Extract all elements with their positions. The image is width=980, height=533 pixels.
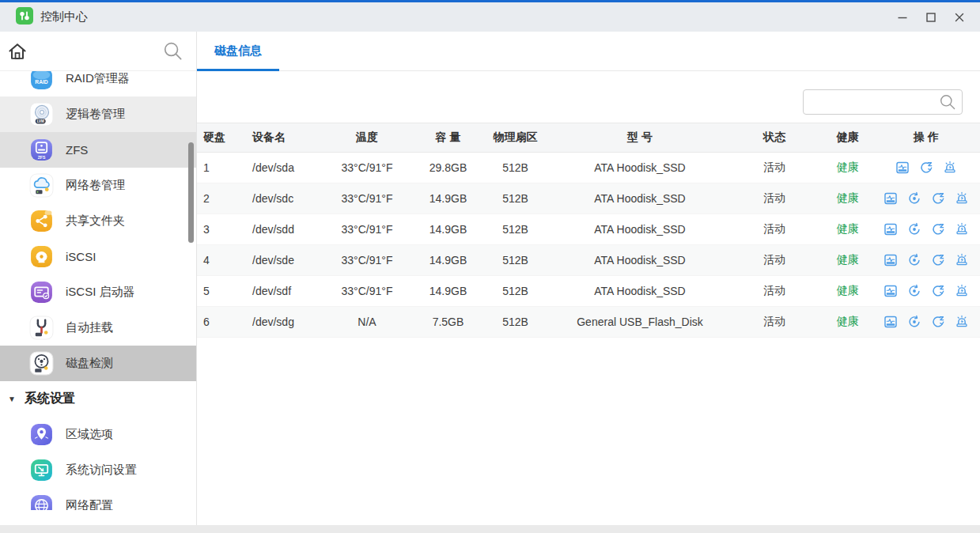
sidebar-item-label: 网络配置 [66, 498, 113, 510]
column-header: 健康 [822, 130, 873, 145]
disk-table: 硬盘设备名温度容 量物理扇区型 号状态健康操 作 1/dev/sda33°C/9… [197, 123, 980, 338]
locate-icon[interactable] [943, 161, 957, 175]
titlebar[interactable]: 控制中心 [0, 2, 980, 32]
table-row[interactable]: 5/dev/sdf33°C/91°F14.9GB512BATA Hoodisk_… [197, 276, 980, 307]
window-controls [888, 2, 980, 32]
caret-down-icon: ▼ [8, 395, 16, 403]
sidebar-item-region-options[interactable]: 区域选项 [0, 417, 196, 452]
smart-info-icon[interactable] [884, 253, 898, 267]
window-title: 控制中心 [40, 9, 88, 25]
sidebar-item-label: iSCSI [66, 250, 96, 263]
sidebar-item-label: ZFS [66, 143, 88, 157]
standby-icon[interactable] [907, 253, 921, 267]
sleep-icon[interactable] [931, 284, 945, 298]
sidebar-search-button[interactable] [162, 40, 184, 62]
sleep-icon[interactable] [931, 315, 945, 329]
cell-disk-no: 4 [197, 254, 236, 266]
locate-icon[interactable] [955, 284, 969, 298]
minimize-icon [897, 12, 908, 23]
sidebar-item-shared-folder[interactable]: 共享文件夹 [0, 203, 196, 239]
smart-info-icon[interactable] [884, 191, 898, 206]
close-icon [954, 12, 965, 23]
sidebar-item-disk-check[interactable]: 磁盘检测 [0, 346, 196, 381]
home-button[interactable] [6, 40, 28, 62]
standby-icon[interactable] [907, 191, 921, 206]
home-icon [6, 40, 28, 62]
sleep-icon[interactable] [919, 161, 933, 175]
cell-temperature: 33°C/91°F [316, 254, 418, 266]
sidebar-section-label: 系统设置 [25, 391, 75, 407]
sidebar-item-system-access[interactable]: 系统访问设置 [0, 452, 196, 488]
sleep-icon[interactable] [931, 191, 945, 206]
locate-icon[interactable] [955, 315, 969, 329]
iscsi-initiator-icon [29, 280, 54, 304]
sidebar-item-network-volume[interactable]: 网络卷管理 [0, 168, 196, 203]
sidebar-scrollbar-thumb[interactable] [188, 142, 194, 243]
close-button[interactable] [945, 2, 974, 32]
cell-disk-no: 1 [197, 161, 236, 174]
sidebar: RAIDRAID管理器LVM逻辑卷管理ZFSZFS网络卷管理共享文件夹iSCSI… [0, 32, 197, 525]
table-row[interactable]: 1/dev/sda33°C/91°F29.8GB512BATA Hoodisk_… [197, 153, 980, 183]
sidebar-item-iscsi-initiator[interactable]: iSCSI 启动器 [0, 274, 196, 310]
minimize-button[interactable] [888, 2, 917, 32]
cell-actions [873, 161, 979, 175]
cell-model: ATA Hoodisk_SSD [553, 161, 727, 174]
svg-text:LVM: LVM [37, 119, 44, 123]
sleep-icon[interactable] [931, 222, 945, 236]
cell-health: 健康 [822, 315, 873, 329]
sidebar-item-iscsi[interactable]: iSCSI [0, 239, 196, 274]
sidebar-item-raid-manager[interactable]: RAIDRAID管理器 [0, 71, 196, 96]
cell-temperature: 33°C/91°F [316, 192, 418, 205]
sidebar-section-system-settings[interactable]: ▼系统设置 [0, 381, 196, 417]
sidebar-item-label: iSCSI 启动器 [66, 285, 135, 300]
svg-text:ZFS: ZFS [38, 155, 46, 160]
sidebar-item-label: RAID管理器 [66, 71, 130, 86]
sidebar-item-label: 共享文件夹 [66, 214, 125, 229]
cell-capacity: 14.9GB [418, 254, 478, 266]
smart-info-icon[interactable] [884, 222, 898, 236]
cell-actions [873, 315, 979, 329]
cell-status: 活动 [727, 191, 822, 206]
cell-capacity: 14.9GB [418, 223, 478, 236]
sidebar-item-auto-mount[interactable]: 自动挂载 [0, 310, 196, 346]
table-row[interactable]: 6/dev/sdgN/A7.5GB512BGeneral USB_Flash_D… [197, 307, 980, 338]
network-config-icon [29, 493, 54, 510]
table-search-button[interactable] [938, 93, 957, 112]
sidebar-item-label: 网络卷管理 [66, 178, 125, 193]
standby-icon[interactable] [907, 222, 921, 236]
system-access-icon [29, 458, 54, 482]
maximize-button[interactable] [917, 2, 945, 32]
cell-health: 健康 [822, 253, 873, 267]
control-center-icon [16, 7, 33, 27]
zfs-icon: ZFS [29, 138, 54, 162]
smart-info-icon[interactable] [884, 315, 898, 329]
locate-icon[interactable] [955, 253, 969, 267]
cell-temperature: 33°C/91°F [316, 285, 418, 297]
locate-icon[interactable] [955, 222, 969, 236]
column-header: 操 作 [873, 130, 979, 145]
cell-disk-no: 2 [197, 192, 236, 205]
sleep-icon[interactable] [931, 253, 945, 267]
standby-icon[interactable] [907, 284, 921, 298]
table-search-input[interactable] [804, 96, 938, 108]
smart-info-icon[interactable] [884, 284, 898, 298]
sidebar-item-label: 逻辑卷管理 [66, 107, 125, 122]
cell-model: ATA Hoodisk_SSD [553, 192, 727, 205]
cell-physical-sector: 512B [478, 254, 553, 266]
search-icon [938, 93, 957, 112]
cell-disk-no: 3 [197, 223, 236, 236]
table-row[interactable]: 3/dev/sdd33°C/91°F14.9GB512BATA Hoodisk_… [197, 214, 980, 245]
sidebar-item-lvm[interactable]: LVM逻辑卷管理 [0, 96, 196, 132]
locate-icon[interactable] [955, 191, 969, 206]
table-row[interactable]: 2/dev/sdc33°C/91°F14.9GB512BATA Hoodisk_… [197, 183, 980, 214]
cell-actions [873, 253, 979, 267]
smart-info-icon[interactable] [895, 161, 910, 175]
sidebar-nav-list: RAIDRAID管理器LVM逻辑卷管理ZFSZFS网络卷管理共享文件夹iSCSI… [0, 71, 196, 510]
sidebar-item-network-config[interactable]: 网络配置 [0, 488, 196, 510]
table-row[interactable]: 4/dev/sde33°C/91°F14.9GB512BATA Hoodisk_… [197, 245, 980, 276]
standby-icon[interactable] [907, 315, 921, 329]
sidebar-item-zfs[interactable]: ZFSZFS [0, 132, 196, 168]
cell-device: /dev/sdg [236, 316, 316, 328]
tab-disk-info[interactable]: 磁盘信息 [197, 32, 279, 71]
auto-mount-icon [29, 316, 54, 340]
